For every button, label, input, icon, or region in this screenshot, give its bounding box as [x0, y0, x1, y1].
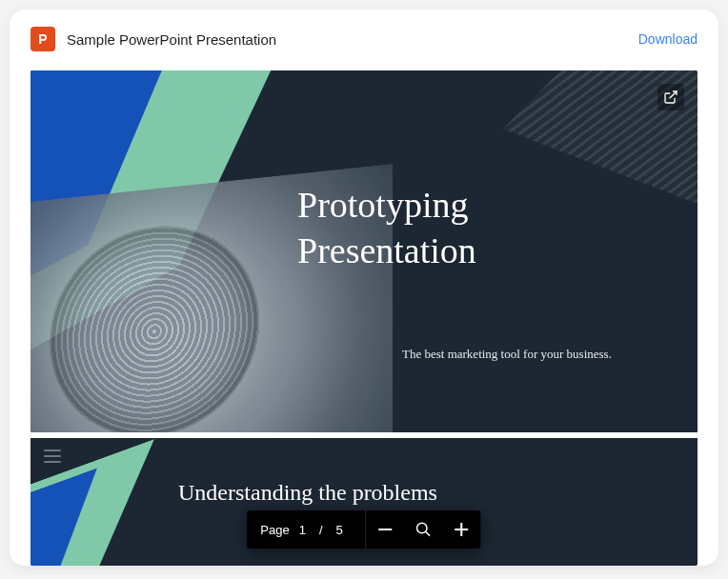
slide-menu-button[interactable] [44, 449, 61, 463]
total-pages: 5 [327, 523, 353, 537]
presentation-viewer-card: P Sample PowerPoint Presentation Downloa… [10, 10, 718, 566]
minus-icon [379, 529, 393, 530]
page-indicator: Page 1 / 5 [247, 510, 365, 549]
page-separator: / [315, 523, 327, 537]
slide1-title: Prototyping Presentation [297, 183, 476, 273]
page-label: Page [260, 523, 289, 537]
zoom-reset-button[interactable] [405, 510, 443, 549]
page-toolbar: Page 1 / 5 [247, 510, 480, 549]
expand-button[interactable] [657, 84, 684, 110]
header-bar: P Sample PowerPoint Presentation Downloa… [10, 10, 718, 63]
svg-line-1 [426, 531, 431, 536]
svg-point-0 [417, 523, 428, 533]
zoom-in-button[interactable] [443, 510, 481, 549]
hamburger-icon [44, 461, 61, 463]
slide-1: Prototyping Presentation The best market… [30, 70, 698, 432]
download-link[interactable]: Download [638, 31, 698, 47]
slide2-title: Understanding the problems [178, 480, 437, 506]
slide1-title-line2: Presentation [297, 230, 476, 270]
magnifier-icon [415, 521, 433, 538]
slide1-title-line1: Prototyping [297, 185, 468, 225]
open-external-icon [663, 90, 678, 105]
zoom-out-button[interactable] [367, 510, 405, 549]
hamburger-icon [44, 455, 61, 457]
powerpoint-icon-letter: P [38, 31, 47, 47]
hamburger-icon [44, 449, 61, 451]
header-left: P Sample PowerPoint Presentation [30, 27, 276, 51]
powerpoint-file-icon: P [30, 27, 55, 51]
file-title: Sample PowerPoint Presentation [67, 31, 276, 48]
current-page-input[interactable]: 1 [290, 523, 315, 537]
plus-icon [455, 523, 469, 536]
slide1-subtitle: The best marketing tool for your busines… [402, 347, 612, 362]
slide-viewport: Prototyping Presentation The best market… [30, 70, 698, 566]
